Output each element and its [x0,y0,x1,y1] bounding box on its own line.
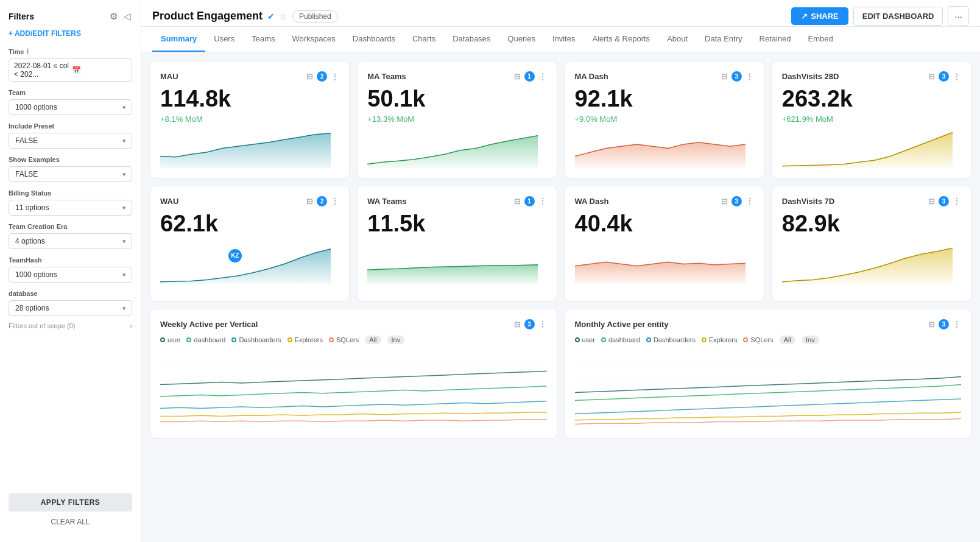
filter-icon: ⊟ [928,197,935,206]
time-filter-input[interactable]: 2022-08-01 ≤ col < 202... 📅 [9,58,132,82]
card-value: 92.1k [575,86,754,112]
tab-invites[interactable]: Invites [544,27,584,52]
card-chart [782,244,961,291]
tab-charts[interactable]: Charts [404,27,444,52]
card-header-right: ⊟ 3 ⋮ [928,71,961,82]
teamhash-filter: TeamHash 1000 options [0,253,141,286]
tab-teams[interactable]: Teams [243,27,283,52]
tab-embed[interactable]: Embed [800,27,842,52]
database-filter: database 28 options [0,286,141,320]
team-creation-era-filter: Team Creation Era 4 options [0,219,141,253]
card-more-icon[interactable]: ⋮ [538,72,547,82]
wide-cards-grid: Weekly Active per Vertical ⊟ 3 ⋮ user da… [150,309,971,438]
card-value: 50.1k [367,86,546,112]
database-select[interactable]: 28 options [9,300,132,316]
legend-badge-inv[interactable]: Inv [802,336,819,344]
tab-queries[interactable]: Queries [499,27,544,52]
collapse-icon[interactable]: ◁ [122,10,132,23]
settings-icon[interactable]: ⚙ [108,10,119,23]
card-header: DashVisits 7D ⊟ 3 ⋮ [782,196,961,206]
published-badge: Published [292,10,338,23]
team-filter-select[interactable]: 1000 options [9,99,132,115]
filter-count-badge: 3 [731,71,742,82]
card-more-icon[interactable]: ⋮ [746,196,754,206]
metric-card-mau: MAU ⊟ 2 ⋮ 114.8k +8.1% MoM [150,61,350,178]
team-filter-select-wrap: 1000 options [9,99,132,115]
include-preset-select[interactable]: FALSE [9,133,132,149]
edit-dashboard-button[interactable]: EDIT DASHBOARD [853,7,943,26]
team-creation-era-select[interactable]: 4 options [9,233,132,249]
filter-icon: ⊟ [514,197,521,206]
tab-alerts-and-reports[interactable]: Alerts & Reports [583,27,658,52]
legend-label: user [582,336,595,343]
wide-card-1: Monthly Active per entity ⊟ 3 ⋮ user das… [565,309,972,438]
card-more-icon[interactable]: ⋮ [953,319,961,329]
legend-badge-all[interactable]: All [365,336,381,344]
add-edit-filters-button[interactable]: + ADD/EDIT FILTERS [0,29,141,44]
filter-icon: ⊟ [721,72,728,81]
metric-card-ma-teams: MA Teams ⊟ 1 ⋮ 50.1k +13.3% MoM [357,61,557,178]
card-chart [782,128,961,168]
filter-icon: ⊟ [306,72,313,81]
show-examples-select[interactable]: FALSE [9,166,132,182]
apply-filters-button[interactable]: APPLY FILTERS [9,493,132,512]
card-more-icon[interactable]: ⋮ [331,72,339,82]
teamhash-select[interactable]: 1000 options [9,267,132,283]
wide-card-0: Weekly Active per Vertical ⊟ 3 ⋮ user da… [150,309,557,438]
tab-bar: SummaryUsersTeamsWorkspacesDashboardsCha… [141,27,980,52]
legend-dot [743,337,748,342]
sidebar-footer: APPLY FILTERS CLEAR ALL [0,487,141,535]
legend-item-user: user [160,336,180,343]
tab-data-entry[interactable]: Data Entry [696,27,750,52]
tab-users[interactable]: Users [205,27,243,52]
filter-count-badge: 1 [524,71,535,82]
chevron-right-icon: › [130,322,132,329]
metric-card-ma-dash: MA Dash ⊟ 3 ⋮ 92.1k +9.0% MoM [565,61,764,178]
topbar-left: Product Engagement ✔ ☆ Published [152,10,338,23]
card-mom: +9.0% MoM [575,114,754,124]
tab-dashboards[interactable]: Dashboards [344,27,404,52]
show-examples-select-wrap: FALSE [9,166,132,182]
clear-all-button[interactable]: CLEAR ALL [9,515,132,529]
filter-icon: ⊟ [928,72,935,81]
more-options-button[interactable]: ··· [948,6,969,26]
tab-databases[interactable]: Databases [444,27,499,52]
card-value: 62.1k [160,211,339,237]
card-more-icon[interactable]: ⋮ [538,319,547,329]
card-header: WA Dash ⊟ 3 ⋮ [575,196,754,206]
filter-count-badge: 3 [939,319,949,329]
legend-label: Explorers [295,336,323,343]
card-chart [160,244,339,291]
filters-out-of-scope[interactable]: Filters out of scope (0) › [0,320,141,332]
share-button[interactable]: ↗ SHARE [791,7,848,25]
include-preset-label: Include Preset [9,122,132,130]
show-examples-label: Show Examples [9,156,132,163]
tab-summary[interactable]: Summary [152,27,205,52]
card-more-icon[interactable]: ⋮ [953,196,961,206]
legend-badge-all[interactable]: All [780,336,795,344]
wide-card-title: Weekly Active per Vertical [160,320,258,329]
card-title: MA Dash [575,72,608,81]
billing-status-select[interactable]: 11 options [9,200,132,216]
card-more-icon[interactable]: ⋮ [953,72,961,82]
tab-retained[interactable]: Retained [751,27,800,52]
card-more-icon[interactable]: ⋮ [331,196,339,206]
wide-card-controls: ⊟ 3 ⋮ [514,319,547,329]
card-chart [160,128,339,168]
card-chart [367,128,546,168]
metric-cards-grid: MAU ⊟ 2 ⋮ 114.8k +8.1% MoM MA Teams ⊟ [150,61,971,301]
star-icon[interactable]: ☆ [280,12,287,21]
legend-badge-inv[interactable]: Inv [387,336,405,344]
info-icon: ℹ [26,48,29,55]
team-creation-era-select-wrap: 4 options [9,233,132,249]
legend-item-dashboarders: Dashboarders [646,336,696,343]
legend-label: dashboard [608,336,640,343]
database-select-wrap: 28 options [9,300,132,316]
tab-about[interactable]: About [658,27,696,52]
card-more-icon[interactable]: ⋮ [538,196,547,206]
legend-label: user [167,336,180,343]
metric-card-dashvisits-28d: DashVisits 28D ⊟ 3 ⋮ 263.2k +621.9% MoM [772,61,971,178]
card-more-icon[interactable]: ⋮ [746,72,754,82]
tab-workspaces[interactable]: Workspaces [284,27,344,52]
card-header-right: ⊟ 3 ⋮ [721,71,754,82]
